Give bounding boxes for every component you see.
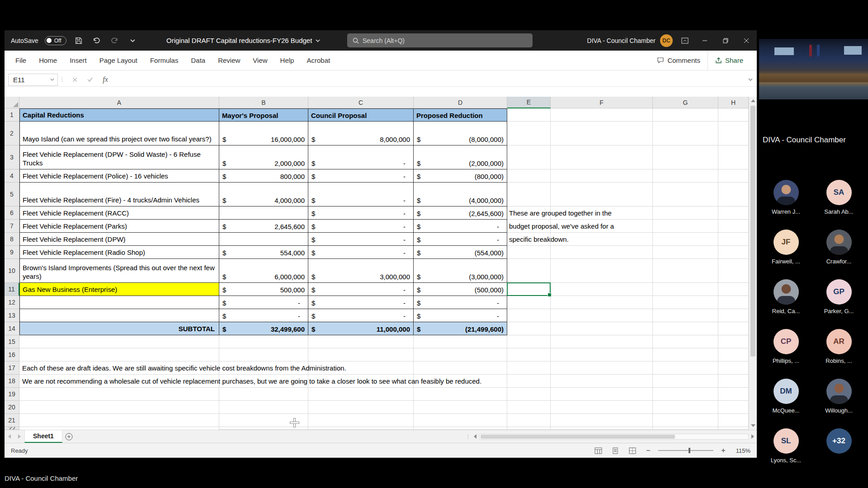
cell-e4[interactable] — [507, 169, 551, 183]
page-break-preview-icon[interactable] — [627, 446, 638, 455]
cell-a22[interactable] — [19, 427, 219, 430]
page-layout-view-icon[interactable] — [609, 446, 621, 455]
cell-d21[interactable] — [414, 414, 507, 427]
cell-f3[interactable] — [551, 145, 653, 169]
cell-g3[interactable] — [653, 145, 718, 169]
cell-e15[interactable] — [507, 335, 551, 348]
scroll-left-icon[interactable] — [471, 430, 479, 443]
cell-a3[interactable]: Fleet Vehicle Replacement (DPW - Solid W… — [19, 145, 219, 169]
cell-f12[interactable] — [551, 296, 653, 309]
cell-b19[interactable] — [219, 388, 308, 401]
cell-g10[interactable] — [653, 259, 718, 283]
cell-e18[interactable] — [507, 375, 551, 388]
cell-a9[interactable]: Fleet Vehicle Replacement (Radio Shop) — [19, 246, 219, 259]
cell-c12[interactable]: $- — [308, 296, 414, 309]
cell-g9[interactable] — [653, 246, 718, 259]
cell-g12[interactable] — [653, 296, 718, 309]
horizontal-scroll-thumb[interactable] — [481, 435, 675, 439]
cell-e1[interactable] — [507, 108, 551, 122]
formula-input[interactable] — [113, 74, 744, 86]
cell-c5[interactable]: $- — [308, 183, 414, 206]
share-button[interactable]: Share — [708, 51, 750, 70]
cell-c4[interactable]: $- — [308, 169, 414, 183]
cell-h15[interactable] — [718, 335, 749, 348]
row-header-1[interactable]: 1 — [5, 108, 19, 122]
column-header-h[interactable]: H — [718, 97, 749, 108]
cell-f9[interactable] — [551, 246, 653, 259]
cell-g1[interactable] — [653, 108, 718, 122]
row-header-7[interactable]: 7 — [5, 220, 19, 233]
participant-tile-7[interactable]: CPPhillips, ... — [761, 329, 811, 364]
close-button[interactable] — [736, 30, 757, 51]
cell-a12[interactable] — [19, 296, 219, 309]
select-all-corner[interactable] — [5, 97, 19, 108]
cell-h11[interactable] — [718, 283, 749, 296]
cell-b8[interactable] — [219, 233, 308, 246]
cell-a21[interactable] — [19, 414, 219, 427]
search-box[interactable]: Search (Alt+Q) — [347, 33, 533, 47]
row-header-17[interactable]: 17 — [5, 361, 19, 375]
column-header-b[interactable]: B — [219, 97, 308, 108]
cell-g13[interactable] — [653, 309, 718, 322]
cell-b20[interactable] — [219, 401, 308, 414]
ribbon-tab-review[interactable]: Review — [212, 51, 246, 70]
cell-e17[interactable] — [507, 361, 551, 375]
cell-b12[interactable]: $- — [219, 296, 308, 309]
cell-d2[interactable]: $(8,000,000) — [414, 122, 507, 145]
zoom-level[interactable]: 115% — [733, 447, 750, 454]
cell-g17[interactable] — [653, 361, 718, 375]
cell-b1[interactable]: Mayor's Proposal — [219, 108, 308, 122]
participant-tile-6[interactable]: GPParker, G... — [814, 279, 864, 314]
cell-a7[interactable]: Fleet Vehicle Replacement (Parks) — [19, 220, 219, 233]
zoom-out-icon[interactable] — [644, 446, 653, 455]
cell-a2[interactable]: Mayo Island (can we spread this project … — [19, 122, 219, 145]
zoom-slider[interactable] — [658, 450, 713, 451]
restore-button[interactable] — [715, 30, 736, 51]
ribbon-display-options-icon[interactable] — [679, 35, 691, 47]
cell-a6[interactable]: Fleet Vehicle Replacement (RACC) — [19, 206, 219, 220]
cell-d22[interactable] — [414, 427, 507, 430]
cell-b18[interactable] — [219, 375, 308, 388]
cell-a11[interactable]: Gas New Business (Enterprise) — [19, 283, 219, 296]
meeting-video-thumbnail[interactable] — [759, 39, 868, 99]
column-header-d[interactable]: D — [414, 97, 507, 108]
account-avatar[interactable]: DC — [660, 34, 673, 47]
participant-tile-3[interactable]: JFFairwell, ... — [761, 230, 811, 265]
cell-f10[interactable] — [551, 259, 653, 283]
cell-f13[interactable] — [551, 309, 653, 322]
row-header-9[interactable]: 9 — [5, 246, 19, 259]
cell-b17[interactable] — [219, 361, 308, 375]
participant-tile-9[interactable]: DMMcQuee... — [761, 379, 811, 414]
row-header-2[interactable]: 2 — [5, 122, 19, 145]
cell-h3[interactable] — [718, 145, 749, 169]
cell-b11[interactable]: $500,000 — [219, 283, 308, 296]
next-sheet-icon[interactable] — [14, 430, 24, 443]
tab-scroll-splitter[interactable]: ⋮ — [465, 434, 471, 440]
cell-h7[interactable] — [718, 220, 749, 233]
cell-e6[interactable] — [507, 206, 551, 220]
cell-d1[interactable]: Proposed Reduction — [414, 108, 507, 122]
ribbon-tab-acrobat[interactable]: Acrobat — [300, 51, 336, 70]
cell-e22[interactable] — [507, 427, 551, 430]
cell-f20[interactable] — [551, 401, 653, 414]
cell-f16[interactable] — [551, 348, 653, 361]
cell-h6[interactable] — [718, 206, 749, 220]
cell-b2[interactable]: $16,000,000 — [219, 122, 308, 145]
cell-h18[interactable] — [718, 375, 749, 388]
cancel-icon[interactable] — [67, 74, 82, 86]
cell-e16[interactable] — [507, 348, 551, 361]
cell-a8[interactable]: Fleet Vehicle Replacement (DPW) — [19, 233, 219, 246]
cell-b14[interactable]: $32,499,600 — [219, 322, 308, 335]
cell-b4[interactable]: $800,000 — [219, 169, 308, 183]
cell-f1[interactable] — [551, 108, 653, 122]
cell-f5[interactable] — [551, 183, 653, 206]
cell-d7[interactable]: $- — [414, 220, 507, 233]
cell-c16[interactable] — [308, 348, 414, 361]
cell-d19[interactable] — [414, 388, 507, 401]
scroll-up-icon[interactable] — [749, 97, 757, 105]
cell-a14[interactable]: SUBTOTAL — [19, 322, 219, 335]
cell-h1[interactable] — [718, 108, 749, 122]
column-header-e[interactable]: E — [507, 97, 551, 108]
cell-g8[interactable] — [653, 233, 718, 246]
row-header-18[interactable]: 18 — [5, 375, 19, 388]
